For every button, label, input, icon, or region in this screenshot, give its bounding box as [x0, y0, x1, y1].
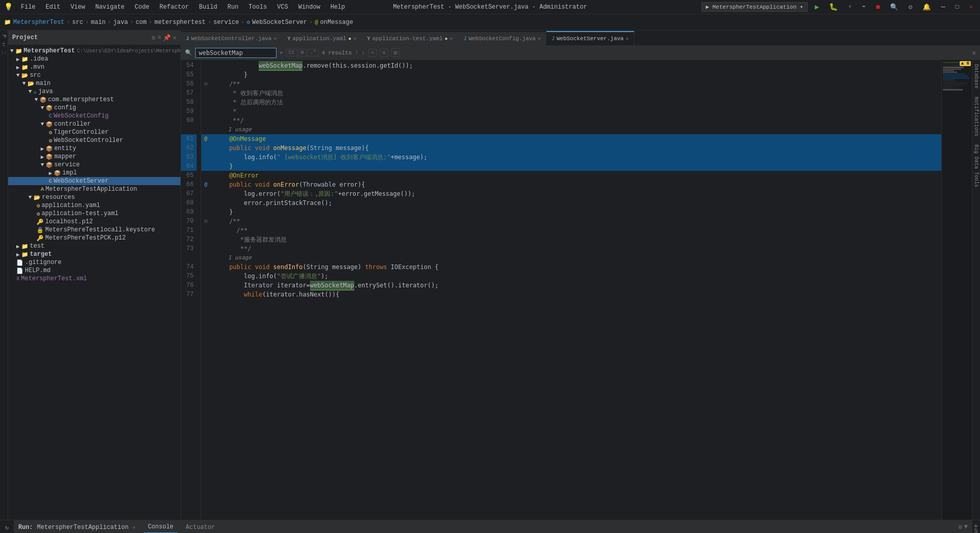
- tree-item-entity[interactable]: ▶ 📦 entity: [8, 144, 180, 153]
- match-case-btn[interactable]: Cc: [286, 49, 297, 56]
- tab-close-icon[interactable]: ✕: [626, 36, 629, 42]
- menu-edit[interactable]: Edit: [42, 3, 65, 12]
- project-tool-icon[interactable]: P: [1, 33, 7, 40]
- tree-item-tigercontroller[interactable]: ⚙ TigerController: [8, 128, 180, 136]
- tree-item-test[interactable]: ▶ 📁 test: [8, 242, 180, 250]
- whole-word-btn[interactable]: W: [298, 49, 307, 56]
- tree-item-websocketcontroller[interactable]: ⚙ WebSocketController: [8, 136, 180, 144]
- tree-item-websocketconfig[interactable]: C WebSocketConfig: [8, 112, 180, 120]
- run-button[interactable]: ▶: [812, 2, 822, 12]
- prev-result-btn[interactable]: ↑: [355, 49, 358, 56]
- menu-help[interactable]: Help: [326, 3, 349, 12]
- tree-item-service[interactable]: ▼ 📦 service: [8, 161, 180, 169]
- search-option1[interactable]: ≡: [380, 49, 388, 57]
- nav-src[interactable]: src: [72, 19, 83, 26]
- tree-item-main[interactable]: ▼ 📂 main: [8, 79, 180, 87]
- tab-application-yaml[interactable]: Y application.yaml ● ✕: [282, 32, 362, 45]
- tree-item-metersphertest[interactable]: ▼ 📁 MeterspherTest C:\Users\EDY\IdeaProj…: [8, 47, 180, 55]
- nav-project[interactable]: MeterspherTest: [13, 19, 65, 26]
- tab-application-test-yaml[interactable]: Y application-test.yaml ● ✕: [362, 32, 458, 45]
- restore-button[interactable]: □: [953, 3, 962, 12]
- tab-close-icon[interactable]: ✕: [353, 36, 356, 42]
- structure-label[interactable]: Structure: [973, 520, 979, 533]
- menu-tools[interactable]: Tools: [244, 3, 271, 12]
- menu-run[interactable]: Run: [223, 3, 242, 12]
- nav-com[interactable]: com: [136, 19, 147, 26]
- nav-java[interactable]: java: [113, 19, 128, 26]
- search-input[interactable]: [195, 48, 277, 58]
- restart-button[interactable]: ↻: [4, 522, 10, 533]
- tree-item-websocketserver[interactable]: C WebSocketServer: [8, 177, 180, 185]
- close-button[interactable]: ✕: [966, 2, 976, 12]
- search-everywhere-button[interactable]: 🔍: [887, 2, 901, 12]
- code-content[interactable]: webSocketMap.remove(this.session.getId()…: [210, 60, 941, 520]
- profile-button[interactable]: ⚡: [845, 2, 854, 12]
- tab-websocketcontroller[interactable]: J WebSocketController.java ✕: [181, 32, 282, 45]
- tree-item-controller[interactable]: ▼ 📦 controller: [8, 120, 180, 128]
- notifications-label[interactable]: Notifications: [973, 93, 979, 140]
- tab-close-icon[interactable]: ✕: [538, 36, 541, 42]
- tree-item-impl[interactable]: ▶ 📦 impl: [8, 169, 180, 177]
- pin-icon[interactable]: 📌: [163, 34, 171, 42]
- menu-build[interactable]: Build: [195, 3, 221, 12]
- big-data-tools-label[interactable]: Big Data Tools: [973, 140, 979, 191]
- tree-item-application-yaml[interactable]: ⚙ application.yaml: [8, 201, 180, 210]
- structure-panel[interactable]: Structure: [972, 520, 980, 533]
- tree-item-resources[interactable]: ▼ 📂 resources: [8, 193, 180, 201]
- tree-item-application[interactable]: A MeterspherTestApplication: [8, 185, 180, 193]
- tree-item-src[interactable]: ▼ 📂 src: [8, 71, 180, 79]
- database-label[interactable]: Database: [973, 60, 979, 93]
- close-tab-run-icon[interactable]: ✕: [133, 524, 136, 530]
- run-config-selector[interactable]: ▶ MeterspherTestApplication ▾: [701, 2, 808, 12]
- layout-icon[interactable]: ≡: [158, 34, 161, 42]
- nav-service[interactable]: service: [213, 19, 239, 26]
- stop-button[interactable]: ■: [873, 2, 883, 12]
- next-result-btn[interactable]: ↓: [361, 49, 365, 56]
- nav-websocketserver[interactable]: WebSocketServer: [252, 19, 307, 26]
- tree-item-application-test-yaml[interactable]: ⚙ application-test.yaml: [8, 210, 180, 218]
- settings-button[interactable]: ⚙: [905, 2, 915, 12]
- tab-websocketconfig[interactable]: J WebSocketConfig.java ✕: [458, 32, 546, 45]
- menu-navigate[interactable]: Navigate: [91, 3, 129, 12]
- nav-metersphertest[interactable]: metersphertest: [155, 19, 206, 26]
- tree-item-xml[interactable]: X MeterspherTest.xml: [8, 275, 180, 283]
- menu-code[interactable]: Code: [131, 3, 154, 12]
- tree-item-java[interactable]: ▼ ☕ java: [8, 87, 180, 96]
- tree-item-pck[interactable]: 🔑 MetersPhereTestPCK.p12: [8, 234, 180, 242]
- nav-main[interactable]: main: [91, 19, 106, 26]
- tab-close-icon[interactable]: ✕: [273, 36, 277, 42]
- close-find-bar-btn[interactable]: ✕: [972, 49, 976, 57]
- menu-view[interactable]: View: [67, 3, 89, 12]
- panel-collapse-icon[interactable]: ▼: [964, 523, 968, 531]
- tree-item-gitignore[interactable]: 📄 .gitignore: [8, 258, 180, 266]
- menu-file[interactable]: File: [17, 3, 40, 12]
- tree-item-idea[interactable]: ▶ 📁 .idea: [8, 55, 180, 63]
- coverage-button[interactable]: ☂: [859, 2, 869, 12]
- panel-settings-icon[interactable]: ⚙: [959, 523, 962, 531]
- tree-item-config[interactable]: ▼ 📦 config: [8, 104, 180, 112]
- tree-item-mvn[interactable]: ▶ 📁 .mvn: [8, 63, 180, 71]
- tree-item-localhost-p12[interactable]: 🔑 localhost.p12: [8, 218, 180, 226]
- regex-btn[interactable]: .*: [308, 49, 319, 56]
- debug-button[interactable]: 🐛: [826, 2, 841, 12]
- tab-websocketserver[interactable]: J WebSocketServer.java ✕: [546, 31, 634, 45]
- tree-item-keystore[interactable]: 🔒 MetersPhereTestlocall.keystore: [8, 226, 180, 234]
- gear-icon[interactable]: ⚙: [151, 34, 155, 42]
- tree-item-target[interactable]: ▶ 📁 target: [8, 250, 180, 258]
- menu-window[interactable]: Window: [294, 3, 324, 12]
- nav-onmessage[interactable]: onMessage: [320, 19, 353, 26]
- close-panel-icon[interactable]: ✕: [173, 34, 176, 42]
- notifications-button[interactable]: 🔔: [920, 2, 934, 12]
- menu-refactor[interactable]: Refactor: [156, 3, 193, 12]
- console-tab[interactable]: Console: [144, 521, 177, 534]
- commit-tool-icon[interactable]: ±: [2, 41, 6, 48]
- tab-close-icon[interactable]: ✕: [450, 36, 453, 42]
- menu-vcs[interactable]: VCS: [273, 3, 292, 12]
- pull-requests-icon[interactable]: ↑↓: [1, 49, 7, 56]
- search-option2[interactable]: ⊞: [391, 48, 400, 57]
- tree-item-com[interactable]: ▼ 📦 com.metersphertest: [8, 96, 180, 104]
- tree-item-helpmd[interactable]: 📄 HELP.md: [8, 266, 180, 275]
- minimize-button[interactable]: ─: [938, 2, 948, 12]
- close-search-icon[interactable]: ✕: [280, 49, 283, 56]
- more-options-btn[interactable]: +: [369, 49, 377, 57]
